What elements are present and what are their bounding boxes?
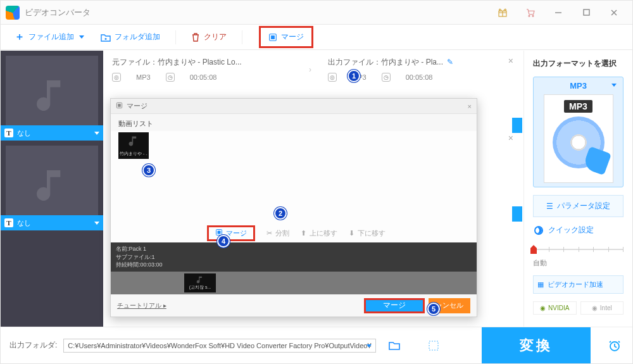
- thumbnail-item[interactable]: なし: [1, 141, 103, 230]
- caption-dropdown[interactable]: なし: [1, 125, 103, 141]
- format-selector[interactable]: MP3 MP3: [533, 77, 624, 187]
- add-file-button[interactable]: ＋ ファイル追加: [9, 28, 89, 46]
- bottom-bar: 出力フォルダ: C:¥Users¥Administrator¥Videos¥Wo…: [1, 327, 632, 363]
- source-file-panel: 元ファイル：竹内まりや - Plastic Lo... ◎MP3 ◷00:05:…: [112, 57, 301, 82]
- svg-rect-6: [429, 341, 438, 350]
- caption-text: なし: [17, 218, 31, 228]
- gpu-label: ビデオカード加速: [548, 280, 603, 289]
- dialog-body: 竹内まりや - ... マージ ✂分割 ⬆上に移す ⬇下に移す 名前:Pack …: [111, 131, 477, 294]
- dialog-movedown-button[interactable]: ⬇下に移す: [349, 229, 385, 238]
- pack-clip[interactable]: (고치잖 s...: [184, 273, 216, 292]
- toolbar: ＋ ファイル追加 フォルダ追加 クリア マージ: [1, 25, 632, 50]
- output-path-text: C:¥Users¥Administrator¥Videos¥WonderFox …: [68, 342, 371, 349]
- format-preview: MP3: [544, 94, 613, 183]
- quality-slider[interactable]: [533, 243, 624, 256]
- nvidia-icon: ◉: [540, 304, 546, 311]
- clock-icon: ◷: [382, 73, 391, 82]
- auto-label: 自動: [533, 258, 624, 268]
- gpu-accel-button[interactable]: ▦ ビデオカード加速: [533, 275, 624, 294]
- format-icon: ◎: [112, 73, 121, 82]
- format-badge: MP3: [564, 100, 592, 113]
- output-format-title: 出力フォーマットを選択: [533, 58, 624, 69]
- close-icon[interactable]: ×: [508, 133, 513, 143]
- cart-icon[interactable]: [517, 4, 544, 22]
- clear-button[interactable]: クリア: [186, 29, 232, 45]
- intel-badge: ◉Intel: [580, 301, 624, 315]
- merge-dialog: マージ × 動画リスト 竹内まりや - ... マージ ✂分割 ⬆上に移す ⬇下…: [110, 98, 477, 317]
- merge-icon: [268, 33, 277, 42]
- thumbnail-item[interactable]: なし: [1, 51, 103, 141]
- open-folder-button[interactable]: [387, 339, 401, 353]
- alarm-button[interactable]: [597, 327, 632, 364]
- gift-icon[interactable]: [489, 4, 516, 22]
- divider: [175, 30, 176, 44]
- pack-header: 名前:Pack 1 サブファイル:1 持続時間:00:03:00: [111, 242, 477, 272]
- dialog-footer: チュートリアル マージ ャンセル: [111, 294, 477, 317]
- minimize-button[interactable]: [545, 4, 572, 22]
- dialog-split-button[interactable]: ✂分割: [266, 229, 289, 238]
- arrow-right-icon: ›: [309, 57, 320, 82]
- thumbnail-column: なし なし: [1, 51, 103, 327]
- clock-icon: ◷: [166, 73, 175, 82]
- row-selection-bar: [512, 118, 522, 133]
- output-format: MP3: [352, 73, 367, 81]
- output-folder-label: 出力フォルダ:: [9, 340, 57, 351]
- clear-label: クリア: [204, 32, 227, 42]
- caption-text: なし: [17, 129, 31, 138]
- parameter-settings-button[interactable]: ☰ パラメータ設定: [533, 195, 624, 217]
- close-button[interactable]: [601, 4, 627, 22]
- add-folder-button[interactable]: フォルダ追加: [96, 29, 165, 45]
- chevron-down-icon: [611, 84, 617, 87]
- dialog-titlebar: マージ ×: [111, 99, 477, 114]
- output-path-dropdown[interactable]: C:¥Users¥Administrator¥Videos¥WonderFox …: [63, 339, 375, 353]
- music-note-icon: [6, 146, 98, 225]
- dialog-merge-button[interactable]: マージ: [207, 225, 255, 241]
- source-format: MP3: [136, 73, 151, 81]
- output-file-panel: 出力ファイル：竹内まりや - Pla...✎ ◎MP3 ◷00:05:08: [328, 57, 517, 82]
- merge-icon: [215, 229, 223, 237]
- pack-area: 名前:Pack 1 サブファイル:1 持続時間:00:03:00 (고치잖 s.…: [111, 242, 477, 294]
- sliders-icon: ☰: [546, 202, 553, 211]
- add-file-label: ファイル追加: [28, 32, 74, 42]
- dialog-cancel-button[interactable]: ャンセル: [429, 298, 470, 313]
- tutorial-link[interactable]: チュートリアル: [117, 301, 166, 310]
- trash-icon: [191, 32, 200, 42]
- format-label: MP3: [539, 81, 618, 91]
- dialog-moveup-button[interactable]: ⬆上に移す: [301, 229, 337, 238]
- dialog-title: マージ: [127, 101, 147, 111]
- titlebar: ビデオコンバータ: [1, 1, 632, 25]
- arrow-up-icon: ⬆: [301, 229, 306, 237]
- param-label: パラメータ設定: [557, 201, 610, 211]
- dialog-subtitle: 動画リスト: [111, 114, 477, 131]
- music-note-icon: [6, 56, 98, 135]
- merge-icon: [116, 102, 123, 110]
- caption-dropdown[interactable]: なし: [1, 215, 103, 230]
- quick-settings-toggle[interactable]: クイック設定: [533, 225, 624, 235]
- pack-strip[interactable]: (고치잖 s...: [111, 272, 477, 294]
- app-title: ビデオコンバータ: [25, 7, 91, 18]
- intel-icon: ◉: [592, 304, 598, 311]
- app-logo-icon: [6, 6, 20, 20]
- format-icon: ◎: [328, 73, 337, 82]
- edit-icon[interactable]: ✎: [447, 58, 453, 66]
- add-folder-label: フォルダ追加: [115, 32, 160, 42]
- nvidia-badge: ◉NVIDIA: [533, 301, 577, 315]
- music-note-icon: [196, 275, 204, 284]
- merge-label: マージ: [281, 32, 304, 42]
- right-panel: 出力フォーマットを選択 MP3 MP3 ☰ パラメータ設定 クイック設定 自動 …: [523, 51, 632, 327]
- svg-point-4: [532, 15, 534, 16]
- film-strip-button[interactable]: [427, 339, 441, 353]
- video-list-item[interactable]: 竹内まりや - ...: [118, 132, 149, 159]
- convert-button[interactable]: 変換: [482, 327, 591, 364]
- thumb-label: 竹内まりや - ...: [120, 151, 147, 157]
- dialog-confirm-merge-button[interactable]: マージ: [364, 298, 425, 313]
- dialog-close-button[interactable]: ×: [468, 103, 472, 110]
- svg-rect-5: [584, 9, 589, 15]
- folder-plus-icon: [101, 33, 111, 42]
- source-duration: 00:05:08: [190, 73, 217, 81]
- plus-icon: ＋: [15, 30, 25, 44]
- clip-label: (고치잖 s...: [189, 284, 211, 291]
- maximize-button[interactable]: [573, 4, 599, 22]
- quick-label: クイック設定: [548, 225, 594, 235]
- merge-button[interactable]: マージ: [263, 29, 309, 45]
